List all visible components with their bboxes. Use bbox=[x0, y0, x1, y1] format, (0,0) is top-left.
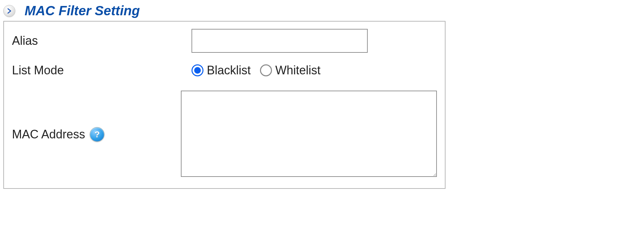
list-mode-label: List Mode bbox=[12, 63, 192, 77]
mac-address-label: MAC Address bbox=[12, 127, 85, 141]
alias-field bbox=[192, 29, 437, 53]
row-list-mode: List Mode Blacklist Whitelist bbox=[4, 58, 445, 83]
radio-whitelist-circle bbox=[260, 64, 272, 76]
radio-blacklist[interactable]: Blacklist bbox=[192, 63, 251, 77]
radio-whitelist-label: Whitelist bbox=[275, 63, 321, 77]
section-header: MAC Filter Setting bbox=[3, 3, 641, 18]
alias-input[interactable] bbox=[192, 29, 368, 53]
radio-blacklist-dot bbox=[194, 67, 201, 74]
section-title: MAC Filter Setting bbox=[25, 3, 140, 18]
row-mac-address: MAC Address ? bbox=[4, 83, 445, 188]
radio-blacklist-label: Blacklist bbox=[207, 63, 251, 77]
chevron-right-svg bbox=[7, 8, 12, 14]
alias-label: Alias bbox=[12, 34, 192, 48]
mac-address-textarea[interactable] bbox=[181, 91, 437, 177]
radio-whitelist[interactable]: Whitelist bbox=[260, 63, 321, 77]
mac-address-field bbox=[181, 91, 437, 178]
radio-blacklist-circle bbox=[192, 64, 203, 76]
form-box: Alias List Mode Blacklist Whitelist bbox=[3, 21, 446, 189]
row-alias: Alias bbox=[4, 22, 445, 58]
help-icon-symbol: ? bbox=[94, 129, 100, 140]
chevron-right-icon[interactable] bbox=[3, 5, 15, 17]
list-mode-radio-group: Blacklist Whitelist bbox=[192, 63, 437, 77]
help-icon[interactable]: ? bbox=[90, 127, 104, 142]
list-mode-field: Blacklist Whitelist bbox=[192, 63, 437, 77]
mac-address-label-wrap: MAC Address ? bbox=[12, 127, 181, 142]
